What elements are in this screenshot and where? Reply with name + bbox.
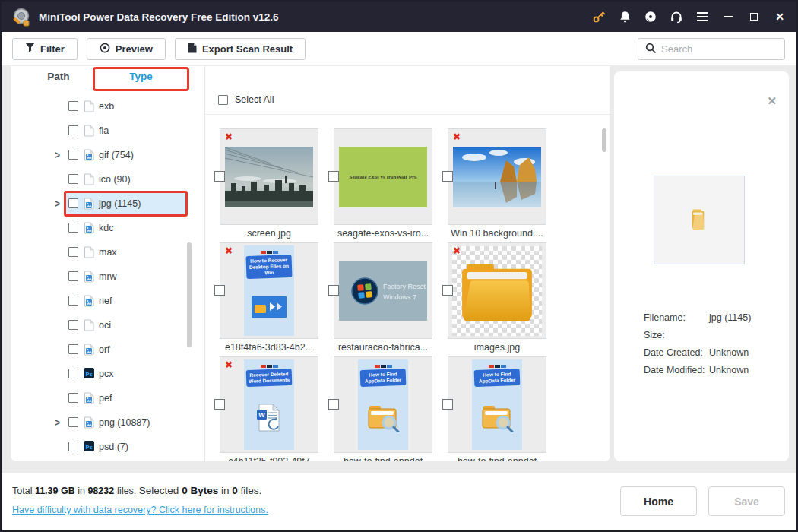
expand-chevron-icon[interactable]: > [55, 197, 65, 211]
file-checkbox[interactable] [328, 171, 339, 182]
maximize-button[interactable] [748, 11, 760, 23]
file-thumbnail[interactable]: ✖ [448, 128, 546, 225]
file-info-row: Date Modified:Unknown [644, 361, 751, 378]
tree-item-exb[interactable]: exb [11, 94, 204, 119]
tree-item-gif[interactable]: >gif (754) [11, 143, 204, 167]
file-checkbox[interactable] [214, 285, 225, 296]
tree-item-checkbox[interactable] [68, 198, 78, 208]
tab-type[interactable]: Type [93, 71, 189, 82]
select-all-checkbox[interactable] [218, 95, 228, 105]
headset-icon[interactable] [670, 11, 682, 23]
file-type-tree: exbfla>gif (754)ico (90)>jpg (1145)kdcma… [11, 94, 204, 459]
file-card: How to FindAppData Folderhow-to-find-app… [448, 356, 546, 461]
key-icon[interactable] [593, 11, 605, 23]
disc-icon[interactable] [644, 11, 657, 23]
file-info-row: Filename:jpg (1145) [644, 309, 751, 326]
file-checkbox[interactable] [328, 285, 339, 296]
svg-text:Factory Reset: Factory Reset [383, 283, 426, 290]
tree-item-jpg[interactable]: >jpg (1145) [11, 192, 204, 216]
tree-item-checkbox[interactable] [68, 101, 78, 111]
grid-header: Select All [204, 66, 610, 114]
filter-icon [25, 43, 35, 55]
tree-item-orf[interactable]: orf [11, 337, 204, 362]
tree-item-label: ico (90) [99, 174, 131, 185]
app-window: MiniTool Power Data Recovery Free Editio… [0, 0, 798, 532]
tree-item-checkbox[interactable] [68, 393, 78, 403]
save-button[interactable]: Save [708, 486, 785, 516]
tree-item-pcx[interactable]: Pspcx [11, 362, 204, 386]
help-link[interactable]: Have difficulty with data recovery? Clic… [12, 505, 268, 515]
tree-item-checkbox[interactable] [68, 223, 78, 233]
tree-item-label: oci [99, 320, 111, 331]
tree-item-checkbox[interactable] [68, 174, 78, 184]
tree-item-checkbox[interactable] [68, 344, 78, 354]
tree-item-checkbox[interactable] [68, 150, 78, 160]
file-thumbnail[interactable]: ✖ [220, 128, 318, 225]
tree-item-kdc[interactable]: kdc [11, 216, 204, 240]
tree-item-label: psd (7) [99, 442, 128, 452]
file-card: ✖Win 10 background.... [448, 128, 546, 242]
deleted-file-icon: ✖ [453, 245, 461, 256]
tree-scrollbar[interactable] [187, 242, 192, 347]
file-card: Seagate Exos vs IronWolf Proseagate-exos… [334, 128, 432, 242]
grid-scrollbar[interactable] [602, 128, 606, 152]
tree-item-fla[interactable]: fla [11, 119, 204, 143]
minimize-button[interactable] [722, 11, 734, 23]
tree-item-label: mrw [99, 271, 117, 282]
file-checkbox[interactable] [442, 285, 453, 296]
image-type-icon [84, 271, 94, 286]
file-thumbnail[interactable]: ✖ [448, 242, 546, 339]
file-checkbox[interactable] [328, 399, 339, 410]
image-type-icon [84, 198, 94, 213]
tree-item-oci[interactable]: oci [11, 313, 204, 337]
tree-item-checkbox[interactable] [68, 417, 78, 427]
tree-item-checkbox[interactable] [68, 320, 78, 330]
expand-chevron-icon[interactable]: > [55, 416, 65, 429]
file-checkbox[interactable] [214, 171, 225, 182]
info-value: Unknown [709, 347, 749, 358]
file-thumbnail[interactable]: ✖Recover DeletedWord DocumentsW [220, 356, 318, 453]
expand-chevron-icon[interactable]: > [55, 148, 65, 162]
tree-item-checkbox[interactable] [68, 125, 78, 135]
bell-icon[interactable] [619, 11, 631, 23]
info-label: Filename: [644, 312, 709, 323]
file-thumbnail[interactable]: How to FindAppData Folder [334, 356, 432, 453]
file-thumbnail[interactable]: ✖How to RecoverDesktop Files on Win [220, 242, 318, 339]
file-name: screen.jpg [220, 228, 318, 239]
tree-item-png[interactable]: >png (10887) [11, 410, 204, 435]
menu-icon[interactable] [696, 11, 708, 23]
file-thumbnail[interactable]: How to FindAppData Folder [448, 356, 546, 453]
image-type-icon [84, 295, 94, 310]
export-scan-result-button[interactable]: Export Scan Result [175, 38, 306, 60]
tree-item-checkbox[interactable] [68, 271, 78, 281]
close-button[interactable]: ✕ [774, 11, 786, 23]
tab-path[interactable]: Path [32, 71, 85, 82]
tree-item-checkbox[interactable] [68, 296, 78, 306]
home-button[interactable]: Home [620, 486, 697, 516]
tree-item-pef[interactable]: pef [11, 386, 204, 410]
info-label: Size: [644, 330, 709, 340]
tree-item-nef[interactable]: nef [11, 289, 204, 313]
tree-item-psd[interactable]: Pspsd (7) [11, 435, 204, 459]
preview-close-icon[interactable]: ✕ [767, 94, 777, 108]
file-thumbnail[interactable]: Factory ResetWindows 7 [334, 242, 432, 339]
ps-type-icon: Ps [84, 368, 94, 382]
tree-item-checkbox[interactable] [68, 369, 78, 378]
file-checkbox[interactable] [442, 171, 453, 182]
tree-item-checkbox[interactable] [68, 442, 78, 451]
tree-item-mrw[interactable]: mrw [11, 264, 204, 289]
file-thumbnail[interactable]: Seagate Exos vs IronWolf Pro [334, 128, 432, 225]
file-name: c4b11f25-f902-49f7 [220, 456, 318, 461]
search-box[interactable] [638, 38, 785, 60]
tree-item-checkbox[interactable] [68, 247, 78, 257]
file-name: restauracao-fabrica... [334, 342, 432, 353]
window-title: MiniTool Power Data Recovery Free Editio… [39, 11, 593, 23]
file-checkbox[interactable] [214, 399, 225, 410]
filter-button[interactable]: Filter [12, 38, 78, 60]
tree-item-label: gif (754) [99, 150, 134, 160]
search-input[interactable] [661, 43, 768, 55]
preview-button[interactable]: Preview [87, 38, 166, 60]
tree-item-max[interactable]: max [11, 240, 204, 264]
tree-item-ico[interactable]: ico (90) [11, 167, 204, 192]
file-checkbox[interactable] [442, 399, 453, 410]
